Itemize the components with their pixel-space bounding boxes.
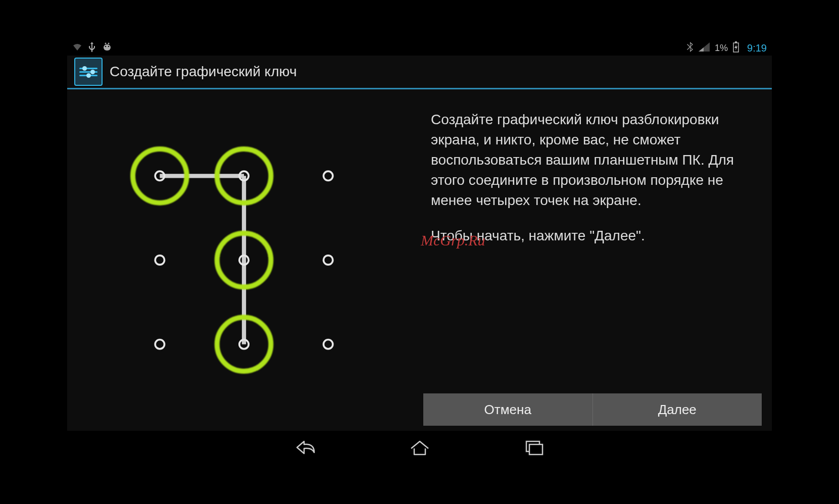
- instruction-paragraph-1: Создайте графический ключ разблокировки …: [431, 110, 757, 211]
- svg-point-1: [105, 42, 107, 44]
- svg-point-22: [324, 340, 333, 349]
- next-button[interactable]: Далее: [593, 393, 762, 426]
- cancel-button[interactable]: Отмена: [423, 393, 593, 426]
- svg-point-2: [108, 42, 110, 44]
- wifi-icon: [72, 42, 82, 54]
- svg-point-18: [324, 256, 333, 265]
- svg-rect-6: [735, 41, 737, 43]
- svg-point-19: [155, 340, 164, 349]
- usb-icon: [88, 42, 95, 55]
- battery-percent: 1%: [715, 43, 728, 54]
- debug-icon: [102, 42, 113, 54]
- svg-point-14: [324, 171, 333, 180]
- battery-charging-icon: [733, 41, 739, 55]
- bluetooth-icon: [686, 41, 694, 55]
- status-bar: 1% 9:19: [67, 40, 772, 56]
- button-row: Отмена Далее: [423, 393, 762, 426]
- instruction-text: Создайте графический ключ разблокировки …: [431, 110, 757, 246]
- home-icon[interactable]: [408, 436, 431, 459]
- recent-apps-icon[interactable]: [522, 436, 546, 459]
- title-bar: Создайте графический ключ: [67, 56, 772, 88]
- svg-point-15: [155, 256, 164, 265]
- watermark-text: McGrp.Ru: [421, 232, 485, 249]
- svg-rect-0: [104, 44, 111, 51]
- settings-icon: [74, 58, 103, 86]
- svg-rect-24: [529, 444, 542, 455]
- svg-point-3: [105, 45, 107, 47]
- page-title: Создайте графический ключ: [110, 64, 297, 80]
- svg-point-4: [108, 45, 110, 47]
- back-icon[interactable]: [294, 436, 317, 459]
- signal-icon: [699, 42, 710, 54]
- system-nav-bar: [67, 431, 772, 464]
- status-clock: 9:19: [747, 42, 767, 54]
- pattern-lock-grid[interactable]: [67, 89, 421, 431]
